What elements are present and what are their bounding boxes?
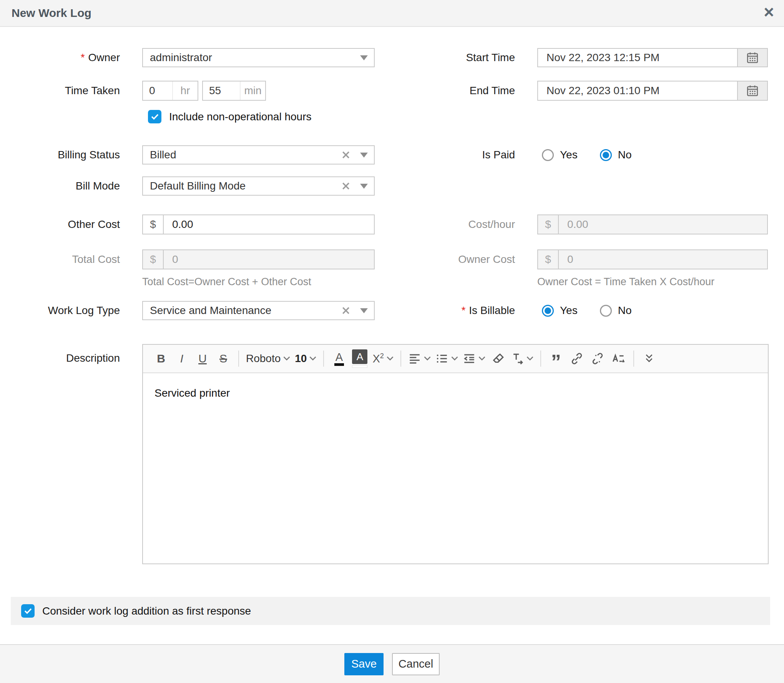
- clear-icon[interactable]: [342, 182, 350, 190]
- row-worklogtype-isbillable: Work Log Type Service and Maintenance * …: [0, 301, 784, 320]
- line-spacing-icon: [612, 352, 625, 365]
- cost-per-hour-label: Cost/hour: [392, 214, 515, 234]
- new-work-log-dialog: New Work Log × * Owner administrator Sta…: [0, 0, 784, 683]
- cost-per-hour-value: 0.00: [559, 218, 767, 231]
- cost-per-hour-input: $ 0.00: [537, 214, 768, 234]
- chevron-down-icon[interactable]: [360, 153, 368, 158]
- dialog-header: New Work Log ×: [0, 0, 784, 27]
- description-label: Description: [0, 344, 120, 372]
- line-spacing-button[interactable]: [608, 348, 629, 369]
- chevron-down-icon[interactable]: [360, 184, 368, 189]
- calendar-icon[interactable]: [737, 49, 767, 66]
- other-cost-input[interactable]: $ 0.00: [142, 214, 375, 234]
- list-button[interactable]: [433, 348, 460, 369]
- chevron-down-icon: [424, 356, 431, 361]
- chevron-down-icon: [387, 356, 394, 361]
- save-button[interactable]: Save: [344, 653, 384, 675]
- work-log-type-select[interactable]: Service and Maintenance: [142, 301, 375, 320]
- dialog-footer: Save Cancel: [0, 644, 784, 683]
- bill-mode-label: Bill Mode: [0, 176, 120, 196]
- is-billable-yes-label: Yes: [560, 304, 578, 317]
- required-asterisk: *: [81, 52, 85, 64]
- unlink-icon: [591, 352, 604, 365]
- font-size-select[interactable]: 10: [292, 348, 319, 369]
- include-non-operational-checkbox[interactable]: [148, 110, 161, 123]
- font-color-button[interactable]: A: [329, 348, 349, 369]
- total-cost-input: $ 0: [142, 249, 375, 269]
- other-cost-value: 0.00: [164, 218, 374, 231]
- close-icon[interactable]: ×: [764, 0, 774, 24]
- is-paid-no-label: No: [618, 149, 632, 161]
- bill-mode-select[interactable]: Default Billing Mode: [142, 176, 375, 196]
- text-direction-button[interactable]: [508, 348, 536, 369]
- time-taken-min-input[interactable]: 55 min: [202, 81, 266, 101]
- owner-cost-helper: Owner Cost = Time Taken X Cost/hour: [537, 276, 714, 288]
- total-cost-label: Total Cost: [0, 249, 120, 269]
- first-response-checkbox[interactable]: [21, 604, 35, 618]
- cancel-button[interactable]: Cancel: [392, 653, 440, 675]
- link-button[interactable]: [566, 348, 587, 369]
- calendar-icon[interactable]: [737, 81, 767, 100]
- time-taken-group: 0 hr 55 min: [142, 81, 375, 101]
- min-unit-label: min: [240, 81, 265, 100]
- double-chevron-down-icon: [643, 353, 655, 364]
- time-taken-hr-input[interactable]: 0 hr: [142, 81, 198, 101]
- chevron-down-icon: [478, 356, 485, 361]
- clear-icon[interactable]: [342, 151, 350, 159]
- owner-cost-input: $ 0: [537, 249, 768, 269]
- underline-button[interactable]: U: [192, 348, 213, 369]
- unlink-button[interactable]: [587, 348, 608, 369]
- chevron-down-icon[interactable]: [360, 308, 368, 313]
- page-title: New Work Log: [12, 0, 91, 26]
- toolbar-separator: [633, 351, 634, 367]
- check-icon: [23, 607, 33, 616]
- owner-label: * Owner: [0, 48, 120, 67]
- font-family-select[interactable]: Roboto: [244, 348, 292, 369]
- required-asterisk: *: [462, 305, 466, 317]
- billing-status-label: Billing Status: [0, 145, 120, 165]
- check-icon: [150, 112, 159, 121]
- chevron-down-icon: [451, 356, 458, 361]
- other-cost-label: Other Cost: [0, 214, 120, 234]
- bold-button[interactable]: B: [151, 348, 171, 369]
- strikethrough-button[interactable]: S: [213, 348, 234, 369]
- description-content[interactable]: Serviced printer: [143, 373, 768, 413]
- start-time-label: Start Time: [392, 48, 515, 67]
- total-cost-value: 0: [164, 253, 374, 266]
- bullet-list-icon: [435, 352, 448, 365]
- toolbar-separator: [400, 351, 401, 367]
- chevron-down-icon: [527, 356, 533, 361]
- indent-button[interactable]: [460, 348, 488, 369]
- is-billable-radio-group: Yes No: [537, 301, 772, 320]
- is-paid-label: Is Paid: [392, 145, 515, 165]
- end-time-input[interactable]: Nov 22, 2023 01:10 PM: [537, 81, 768, 101]
- first-response-label: Consider work log addition as first resp…: [42, 605, 251, 617]
- include-non-operational-label: Include non-operational hours: [169, 111, 311, 123]
- clear-format-button[interactable]: [488, 348, 508, 369]
- is-paid-yes-radio[interactable]: [542, 149, 554, 161]
- row-bill-mode: Bill Mode Default Billing Mode: [0, 176, 784, 196]
- is-billable-no-radio[interactable]: [600, 305, 612, 317]
- blockquote-button[interactable]: ”: [546, 345, 566, 372]
- owner-select[interactable]: administrator: [142, 48, 375, 67]
- align-button[interactable]: [406, 348, 433, 369]
- is-billable-yes-radio[interactable]: [542, 305, 554, 317]
- include-non-operational-row: Include non-operational hours: [148, 110, 311, 123]
- superscript-button[interactable]: X2: [370, 348, 395, 369]
- italic-button[interactable]: I: [171, 348, 192, 369]
- chevron-down-icon: [283, 356, 290, 361]
- first-response-strip: Consider work log addition as first resp…: [11, 597, 770, 625]
- background-color-button[interactable]: A: [349, 348, 370, 369]
- owner-cost-label: Owner Cost: [392, 249, 515, 269]
- billing-status-select[interactable]: Billed: [142, 145, 375, 165]
- end-time-value: Nov 22, 2023 01:10 PM: [538, 85, 737, 97]
- is-billable-no-label: No: [618, 304, 632, 317]
- clear-icon[interactable]: [342, 306, 350, 315]
- more-options-button[interactable]: [639, 348, 659, 369]
- billing-status-value: Billed: [150, 149, 342, 161]
- start-time-input[interactable]: Nov 22, 2023 12:15 PM: [537, 48, 768, 67]
- owner-value: administrator: [150, 52, 360, 64]
- is-paid-no-radio[interactable]: [600, 149, 612, 161]
- owner-cost-value: 0: [559, 253, 767, 266]
- row-owner-start: * Owner administrator Start Time Nov 22,…: [0, 48, 784, 67]
